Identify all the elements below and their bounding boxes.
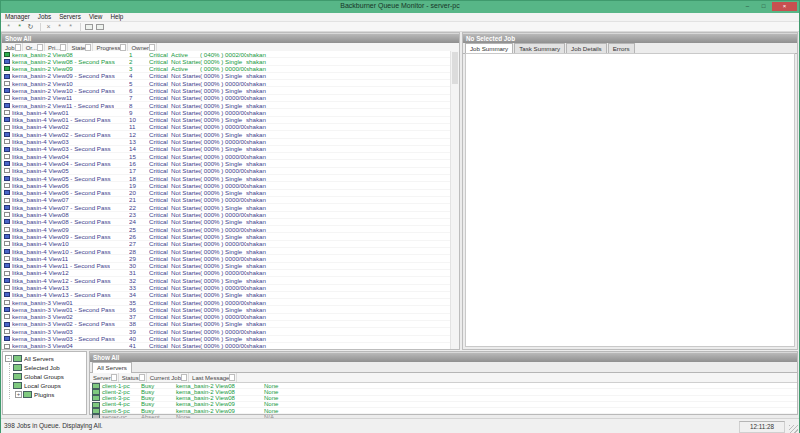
column-header[interactable]: Last Message [189, 373, 237, 382]
column-header[interactable]: Status [119, 373, 147, 382]
job-name: litka_basin-4 View03 [12, 138, 69, 145]
job-name: litka_basin-4 View05 - Second Pass [12, 175, 111, 182]
minimize-button[interactable]: – [740, 2, 755, 11]
suspend-job-icon[interactable]: * [66, 23, 75, 31]
job-order: 35 [129, 299, 149, 306]
job-state: Active [171, 51, 200, 58]
job-state-icon [4, 322, 10, 327]
maximize-button[interactable]: □ [756, 2, 771, 11]
job-order: 27 [129, 240, 149, 247]
column-sort-button[interactable] [229, 374, 235, 381]
column-sort-button[interactable] [111, 374, 117, 381]
connect-icon[interactable]: * [4, 23, 13, 31]
tab-job-details[interactable]: Job Details [566, 43, 607, 53]
menu-help[interactable]: Help [106, 13, 127, 21]
computer-icon [13, 382, 22, 389]
activate-job-icon[interactable]: * [55, 23, 64, 31]
tab-errors[interactable]: Errors [608, 43, 635, 53]
column-sort-button[interactable] [149, 44, 155, 51]
job-priority: Critical [149, 102, 171, 109]
job-progress: ( 000% ) 0000/0005 [200, 313, 246, 320]
job-state: Not Started [171, 291, 200, 298]
job-priority: Critical [149, 80, 171, 87]
job-row[interactable]: kema_basin-3 View04 41 Critical Not Star… [2, 343, 451, 349]
job-priority: Critical [149, 269, 171, 276]
job-owner: shakan [246, 262, 281, 269]
tree-item-all-servers[interactable]: - All Servers [3, 354, 86, 363]
job-name: litka_basin-4 View13 - Second Pass [12, 291, 111, 298]
job-state-icon [4, 176, 10, 181]
job-name: kema_basin-2 View10 [12, 80, 73, 87]
menu-view[interactable]: View [85, 13, 107, 21]
job-owner: shakan [246, 255, 281, 262]
job-priority: Critical [149, 284, 171, 291]
job-name: kema_basin-2 View09 - Second Pass [12, 72, 115, 79]
job-name: kema_basin-3 View02 - Second Pass [12, 320, 115, 327]
title-bar[interactable]: Backburner Queue Monitor - server-pc – □… [1, 1, 799, 13]
job-state-icon [4, 59, 10, 64]
job-progress: ( 000% ) Single [200, 320, 246, 327]
job-name: litka_basin-4 View02 - Second Pass [12, 131, 111, 138]
job-owner: shakan [246, 131, 281, 138]
job-name: litka_basin-4 View07 [12, 196, 69, 203]
collapse-icon[interactable]: - [5, 355, 12, 362]
tree-item-selected-job[interactable]: Selected Job [13, 363, 86, 372]
job-name: litka_basin-4 View04 [12, 153, 69, 160]
delete-job-icon[interactable]: × [44, 23, 53, 31]
tab-task-summary[interactable]: Task Summary [514, 43, 565, 53]
job-name: litka_basin-4 View13 [12, 284, 69, 291]
column-sort-button[interactable] [37, 44, 43, 51]
job-state-icon [4, 125, 10, 130]
tree-item-global-groups[interactable]: Global Groups [13, 372, 86, 381]
job-state-icon [4, 307, 10, 312]
job-state-icon [4, 234, 10, 239]
job-state-icon [4, 227, 10, 232]
expand-icon[interactable]: + [15, 391, 22, 398]
column-header[interactable]: Server [90, 373, 119, 382]
job-name: kema_basin-3 View02 [12, 313, 73, 320]
status-text: 398 Jobs in Queue. Displaying All. [4, 422, 103, 429]
scrollbar-thumb[interactable] [452, 52, 458, 84]
column-sort-button[interactable] [15, 44, 21, 51]
column-sort-button[interactable] [139, 374, 145, 381]
job-priority: Critical [149, 138, 171, 145]
refresh-icon[interactable]: ↻ [26, 23, 35, 31]
job-progress: ( 000% ) 0000/0005 [200, 211, 246, 218]
job-priority: Critical [149, 299, 171, 306]
column-sort-button[interactable] [85, 44, 91, 51]
job-owner: shakan [246, 306, 281, 313]
job-list-panel: Show All JobOr...Pri...StateProgressOwne… [1, 32, 460, 350]
tree-item-local-groups[interactable]: Local Groups [13, 381, 86, 390]
job-name: litka_basin-4 View06 - Second Pass [12, 189, 111, 196]
column-header[interactable]: Current Job [147, 373, 189, 382]
job-progress: ( 000% ) Single [200, 160, 246, 167]
menu-manager[interactable]: Manager [1, 13, 34, 21]
job-order: 22 [129, 204, 149, 211]
server-icon [92, 395, 100, 401]
job-priority: Critical [149, 240, 171, 247]
job-state-icon [4, 314, 10, 319]
resize-grip[interactable] [789, 425, 798, 433]
column-sort-button[interactable] [120, 44, 126, 51]
job-owner: shakan [246, 226, 281, 233]
job-list-scrollbar[interactable] [450, 51, 459, 349]
column-sort-button[interactable] [181, 374, 187, 381]
close-button[interactable]: × [772, 2, 797, 11]
server-list-icon[interactable] [95, 23, 104, 31]
tree-item-plugins[interactable]: + Plugins [13, 390, 86, 399]
job-progress: ( 000% ) Single [200, 306, 246, 313]
menu-servers[interactable]: Servers [55, 13, 85, 21]
job-state-icon [4, 117, 10, 122]
job-order: 18 [129, 175, 149, 182]
menu-jobs[interactable]: Jobs [34, 13, 55, 21]
job-state: Not Started [171, 58, 200, 65]
disconnect-icon[interactable]: * [15, 23, 24, 31]
job-priority: Critical [149, 72, 171, 79]
job-archives-icon[interactable] [84, 23, 93, 31]
job-state-icon [4, 147, 10, 152]
job-state-icon [4, 95, 10, 100]
tab-all-servers[interactable]: All Servers [92, 362, 132, 373]
job-progress: ( 000% ) Single [200, 175, 246, 182]
job-state: Not Started [171, 240, 200, 247]
column-sort-button[interactable] [60, 44, 66, 51]
